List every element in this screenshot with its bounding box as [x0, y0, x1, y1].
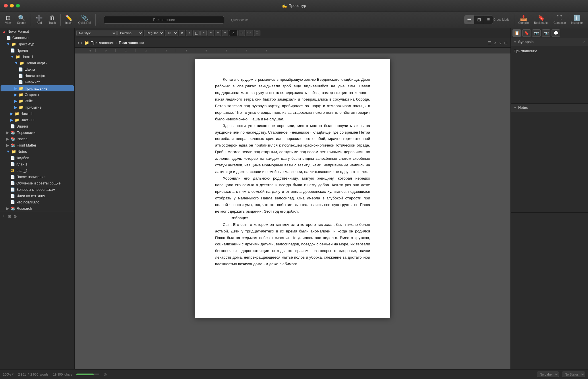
color-picker[interactable]: a [229, 30, 238, 36]
inspector-tab-comments[interactable]: 📷 [542, 29, 550, 37]
sidebar-item-plan2[interactable]: 🖼план_2 [1, 168, 74, 174]
word-count-current: 2 951 [18, 373, 26, 376]
sidebar-item-personazhi[interactable]: ▶📚Персонажи [1, 130, 74, 136]
font-select[interactable]: Palatino [117, 30, 143, 36]
sidebar-item-pribytie[interactable]: ▶📁Прибытие [1, 104, 74, 110]
split-view-icon[interactable]: ⊡ [504, 41, 508, 45]
underline-button[interactable]: U [193, 30, 200, 36]
notes-content[interactable] [511, 112, 588, 212]
front-matter-books-icon: 📚 [11, 143, 15, 147]
sidebar-item-anarhist[interactable]: 📄Анархист [1, 79, 74, 85]
compose-button[interactable]: ⛶ Compose [551, 14, 568, 26]
close-button[interactable] [4, 4, 8, 7]
style-select[interactable]: No Style [76, 30, 117, 36]
sidebar-bottom-bar: + ⊞ ⚙ [0, 212, 74, 220]
add-button[interactable]: ➕ Add [33, 14, 45, 26]
italic-button[interactable]: I [186, 30, 192, 36]
align-left-button[interactable]: ≡ [200, 30, 207, 36]
sidebar-item-chast3[interactable]: ▶📁Часть III [1, 117, 74, 123]
sidebar-item-idei[interactable]: 📄Идеи по сеттингу [1, 193, 74, 199]
sidebar-item-press-tour[interactable]: ▼📁Пресс-тур [1, 41, 74, 47]
bookmarks-button[interactable]: 🔖 Bookmarks [532, 14, 551, 26]
inspector-tab-revisions[interactable]: 💬 [552, 29, 560, 37]
sidebar-item-front-matter[interactable]: ▶📚Front Matter [1, 142, 74, 148]
front-matter-stack-icon: ▶ [6, 143, 9, 147]
minimize-button[interactable] [10, 4, 14, 7]
group-mode-grid[interactable]: ⊞ [474, 16, 484, 24]
align-center-button[interactable]: ≡ [208, 30, 214, 36]
align-justify-button[interactable]: ≡ [222, 30, 228, 36]
editor-paragraphs[interactable]: Лопаты с трудом вгрызались в промёрзшую … [215, 76, 370, 268]
sidebar-item-synopsis[interactable]: 📄Синопсис [1, 35, 74, 41]
sidebar-item-prolog[interactable]: 📄Пролог [1, 47, 74, 53]
quick-search-label: Quick Search [231, 18, 248, 22]
size-select[interactable]: 13 [165, 30, 178, 36]
line-spacing-button[interactable]: 1.1 [246, 30, 253, 36]
sidebar-item-obuchenie[interactable]: 📄Обучение и советы общие [1, 180, 74, 186]
align-right-button[interactable]: ≡ [215, 30, 221, 36]
sidebar-item-places[interactable]: ▶📚Places [1, 136, 74, 142]
bold-button[interactable]: B [179, 30, 185, 36]
paragraph-2: Хоронили его дальнюю родственницу, милую… [215, 175, 370, 215]
list-button[interactable]: ☰ [254, 30, 260, 36]
back-button[interactable]: ‹ [78, 40, 79, 45]
weight-select[interactable]: Regular [144, 30, 164, 36]
notes-toggle-icon[interactable]: ☰ [488, 41, 492, 45]
shakhta-label: Шахта [24, 68, 35, 72]
sidebar-item-notes[interactable]: ▼📁Notes [1, 149, 74, 155]
sidebar-item-posle[interactable]: 📄После написания [1, 174, 74, 180]
synopsis-expand-button[interactable]: ⤢ [582, 40, 585, 44]
synopsis-section: ▼ Synopsis ⤢ Приглашение [511, 38, 588, 104]
sidebar-item-chast1[interactable]: ▼📁Часть I [1, 54, 74, 60]
sidebar-item-chast2[interactable]: ▶📁Часть II [1, 111, 74, 117]
sidebar-item-priglashenie[interactable]: ▶📁Приглашение [1, 85, 74, 91]
sidebar-view-options[interactable]: ⊞ [8, 214, 11, 219]
text-height-button[interactable]: T↕ [239, 30, 245, 36]
idei-doc-icon: 📄 [10, 194, 15, 198]
group-mode-single[interactable]: ☰ [464, 16, 474, 24]
fullscreen-button[interactable] [16, 4, 20, 7]
editor-container[interactable]: -1 0 1 2 3 4 5 6 7 8 Лопаты с трудом вгр… [75, 48, 510, 369]
inspector-button[interactable]: ℹ️ Inspector [569, 14, 585, 26]
zoom-control[interactable]: 100% ▾ [3, 372, 14, 376]
sidebar: ▲Novel Format📄Синопсис▼📁Пресс-тур📄Пролог… [0, 28, 75, 369]
add-item-button[interactable]: + [2, 213, 5, 219]
sidebar-item-novaya-neft2[interactable]: 📄Новая нефть [1, 73, 74, 79]
chevron-down-icon[interactable]: ∨ [499, 41, 502, 45]
sidebar-item-novel-format[interactable]: ▲Novel Format [1, 28, 74, 34]
sidebar-item-fidbek[interactable]: 📄Фидбек [1, 155, 74, 161]
sidebar-item-reys[interactable]: ▶📁Рейс [1, 98, 74, 104]
quick-ref-icon: 📎 [81, 15, 88, 21]
status-select[interactable]: No Status [562, 372, 585, 377]
sidebar-item-sekrety[interactable]: ▶📁Секреты [1, 92, 74, 98]
ruler-3: 3 [156, 49, 176, 52]
priglashenie-folder-icon: 📁 [19, 86, 23, 91]
synopsis-content[interactable]: Приглашение [511, 46, 588, 103]
sidebar-item-shakhta[interactable]: 📄Шахта [1, 66, 74, 72]
search-button[interactable]: 🔍 Search [15, 14, 29, 26]
view-button[interactable]: ⊞ View [3, 14, 14, 26]
sidebar-item-voprosy[interactable]: 📄Вопросы к персонажам [1, 186, 74, 193]
notes-header[interactable]: ▼ Notes [511, 104, 588, 112]
insert-button[interactable]: ✏️ Insert [63, 14, 75, 26]
quick-ref-button[interactable]: 📎 Quick Ref [76, 14, 93, 26]
trash-button[interactable]: 🗑 Trash [46, 14, 58, 26]
compile-button[interactable]: 📤 Compile [516, 14, 531, 26]
editor-page[interactable]: Лопаты с трудом вгрызались в промёрзшую … [195, 59, 390, 318]
sidebar-item-epilog[interactable]: 📄Эпилог [1, 123, 74, 129]
quick-search-input[interactable] [104, 16, 224, 24]
chevron-up-icon[interactable]: ∧ [494, 41, 497, 45]
inspector-tab-snapshots[interactable]: 📷 [532, 29, 541, 37]
label-select[interactable]: No Label [537, 372, 559, 377]
inspector-tab-bookmarks[interactable]: 🔖 [522, 29, 531, 37]
sidebar-item-plan1[interactable]: 📄план 1 [1, 161, 74, 167]
sidebar-item-chto[interactable]: 📄Что повлияло [1, 199, 74, 205]
sidebar-gear-icon[interactable]: ⚙ [13, 214, 17, 219]
forward-button[interactable]: › [81, 40, 82, 45]
inspector-tab-notes[interactable]: 📋 [512, 29, 521, 37]
synopsis-header[interactable]: ▼ Synopsis ⤢ [511, 38, 588, 46]
sidebar-item-novaya-neft[interactable]: ▼📁Новая нефть [1, 60, 74, 66]
sidebar-item-research[interactable]: ▶📚Research [1, 205, 74, 211]
group-mode-outline[interactable]: ≡ [484, 16, 492, 24]
chast3-folder-icon: 📁 [15, 118, 19, 122]
